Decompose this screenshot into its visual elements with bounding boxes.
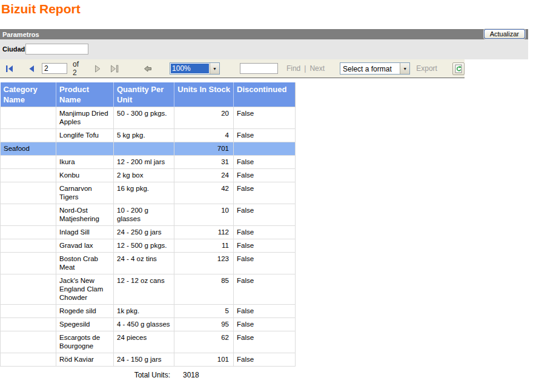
cell-product: Carnarvon Tigers <box>56 182 114 204</box>
column-header-quantity-per-unit: Quantity Per Unit <box>114 82 174 107</box>
cell-category <box>1 305 56 318</box>
next-page-icon <box>94 65 101 75</box>
cell-units: 4 <box>174 129 234 142</box>
parameters-header-bar: Parametros Actualizar <box>0 29 528 39</box>
cell-quantity: 50 - 300 g pkgs. <box>114 107 174 129</box>
cell-product: Rogede sild <box>56 305 114 318</box>
cell-units: 62 <box>174 331 234 353</box>
find-input[interactable] <box>240 63 278 74</box>
cell-discontinued: False <box>234 318 296 331</box>
cell-category <box>1 156 56 169</box>
total-units-value: 3018 <box>174 371 233 379</box>
parent-report-button[interactable] <box>144 65 152 73</box>
table-row: Nord-Ost Matjeshering10 - 200 g glasses1… <box>1 204 296 226</box>
cell-discontinued: False <box>234 305 296 318</box>
cell-discontinued: False <box>234 129 296 142</box>
cell-product <box>56 142 114 156</box>
cell-product: Gravad lax <box>56 239 114 253</box>
cell-quantity: 5 kg pkg. <box>114 129 174 142</box>
previous-page-button[interactable] <box>28 65 35 73</box>
chevron-down-icon: ▼ <box>400 63 409 74</box>
cell-discontinued: False <box>234 331 296 353</box>
cell-units: 123 <box>174 253 234 274</box>
cell-category <box>1 274 56 305</box>
cell-discontinued <box>234 142 296 156</box>
cell-product: Spegesild <box>56 318 114 331</box>
cell-category <box>1 226 56 239</box>
cell-discontinued: False <box>234 182 296 204</box>
table-row: Konbu2 kg box24False <box>1 169 296 182</box>
cell-quantity: 12 - 500 g pkgs. <box>114 239 174 253</box>
zoom-selected-value: 100% <box>171 64 209 73</box>
cell-category <box>1 253 56 274</box>
cell-units: 10 <box>174 204 234 226</box>
cell-units: 11 <box>174 239 234 253</box>
cell-units: 42 <box>174 182 234 204</box>
parameters-title: Parametros <box>0 31 39 38</box>
cell-discontinued: False <box>234 253 296 274</box>
cell-units: 5 <box>174 305 234 318</box>
table-row: Manjimup Dried Apples50 - 300 g pkgs.20F… <box>1 107 296 129</box>
next-link[interactable]: Next <box>309 64 325 73</box>
cell-category <box>1 331 56 353</box>
table-row: Röd Kaviar24 - 150 g jars101False <box>1 353 296 367</box>
format-selected-value: Select a format <box>340 63 400 74</box>
report-table: Category Name Product Name Quantity Per … <box>0 82 296 367</box>
last-page-button[interactable] <box>110 65 119 73</box>
back-arrow-icon <box>144 65 152 75</box>
cell-quantity: 1k pkg. <box>114 305 174 318</box>
first-page-button[interactable] <box>5 65 14 73</box>
column-header-category-name: Category Name <box>1 82 56 107</box>
find-link[interactable]: Find <box>286 64 300 73</box>
cell-discontinued: False <box>234 107 296 129</box>
cell-quantity: 24 pieces <box>114 331 174 353</box>
cell-category <box>1 182 56 204</box>
cell-units: 24 <box>174 169 234 182</box>
cell-product: Boston Crab Meat <box>56 253 114 274</box>
ciudad-label: Ciudad: <box>2 45 27 53</box>
cell-product: Röd Kaviar <box>56 353 114 367</box>
cell-units: 31 <box>174 156 234 169</box>
cell-discontinued: False <box>234 169 296 182</box>
current-page-input[interactable] <box>42 63 67 74</box>
zoom-select[interactable]: 100% ▼ <box>170 62 220 75</box>
cell-quantity: 10 - 200 g glasses <box>114 204 174 226</box>
table-row: Escargots de Bourgogne24 pieces62False <box>1 331 296 353</box>
refresh-button[interactable] <box>452 62 465 75</box>
export-link[interactable]: Export <box>416 64 437 73</box>
cell-product: Konbu <box>56 169 114 182</box>
actualizar-button[interactable]: Actualizar <box>484 29 525 39</box>
cell-category <box>1 107 56 129</box>
cell-category <box>1 318 56 331</box>
table-row: Inlagd Sill24 - 250 g jars112False <box>1 226 296 239</box>
cell-quantity: 2 kg box <box>114 169 174 182</box>
page-title: Bizuit Report <box>1 2 81 16</box>
find-next-separator: | <box>304 64 306 73</box>
cell-discontinued: False <box>234 274 296 305</box>
cell-product: Inlagd Sill <box>56 226 114 239</box>
column-header-product-name: Product Name <box>56 82 114 107</box>
cell-product: Jack's New England Clam Chowder <box>56 274 114 305</box>
report-toolbar: of 2 100% ▼ Find | Next Select a format … <box>0 59 465 78</box>
format-select[interactable]: Select a format ▼ <box>340 62 410 75</box>
total-units-label: Total Units: <box>113 371 174 379</box>
group-header-row: Seafood701 <box>1 142 296 156</box>
column-header-units-in-stock: Units In Stock <box>174 82 234 107</box>
report-table-body: Manjimup Dried Apples50 - 300 g pkgs.20F… <box>1 107 296 367</box>
last-page-icon <box>110 65 119 75</box>
table-row: Ikura12 - 200 ml jars31False <box>1 156 296 169</box>
cell-units: 701 <box>174 142 234 156</box>
parameters-panel: Parametros Actualizar Ciudad: <box>0 29 528 59</box>
cell-category <box>1 169 56 182</box>
cell-discontinued: False <box>234 353 296 367</box>
cell-category <box>1 353 56 367</box>
cell-product: Manjimup Dried Apples <box>56 107 114 129</box>
cell-quantity: 24 - 250 g jars <box>114 226 174 239</box>
report-area: Category Name Product Name Quantity Per … <box>0 82 303 379</box>
cell-quantity: 4 - 450 g glasses <box>114 318 174 331</box>
cell-units: 95 <box>174 318 234 331</box>
next-page-button[interactable] <box>94 65 101 73</box>
ciudad-input[interactable] <box>25 44 88 55</box>
cell-units: 85 <box>174 274 234 305</box>
cell-category: Seafood <box>1 142 56 156</box>
